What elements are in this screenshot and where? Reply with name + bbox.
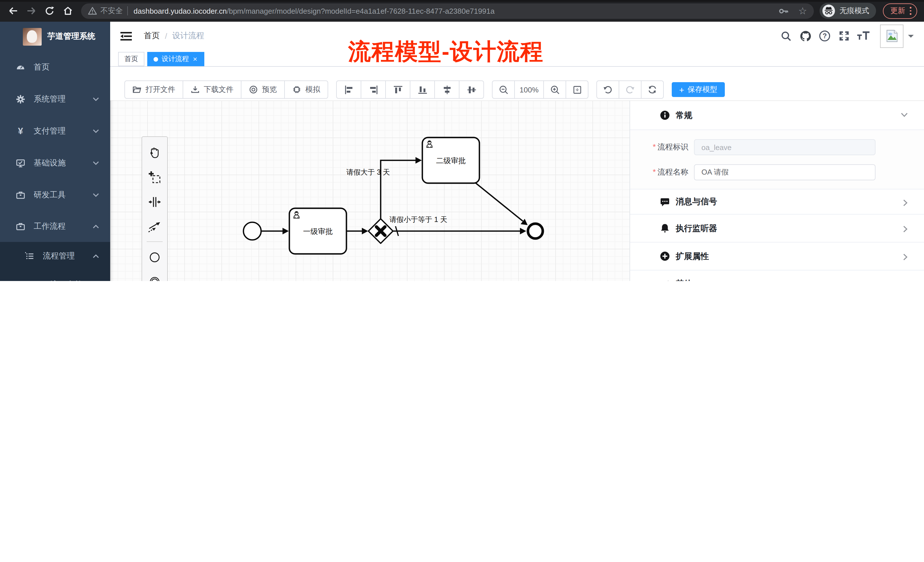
browser-reload-button[interactable] [42,3,57,18]
sidebar-item-process-management[interactable]: 流程管理 [0,242,110,270]
info-icon [660,110,670,120]
tag-design-process[interactable]: 设计流程 × [147,52,204,66]
user-task-level2[interactable]: 二级审批 [422,138,479,183]
align-right-button[interactable] [361,81,386,99]
zoom-reset-button[interactable] [566,81,588,99]
align-bottom-icon [417,85,427,94]
sidebar-item-process-form[interactable]: 流程表单 [0,270,110,281]
chevron-right-icon [903,253,908,261]
flow-task2-to-end[interactable] [474,181,523,221]
panel-section-general[interactable]: 常规 [630,101,924,129]
github-icon [799,30,811,42]
bpmn-canvas[interactable]: 一级审批 二级审批 请假大于 3 天 请假小于等于 1 天 BPMN.iO [110,100,924,281]
align-bottom-button[interactable] [410,81,435,99]
end-event[interactable] [528,224,543,238]
zoom-in-button[interactable] [543,81,566,99]
zoom-in-icon [550,85,560,94]
monitor-icon [16,159,25,168]
panel-section-message-signal[interactable]: 消息与信号 [630,189,924,214]
chevron-up-icon [93,224,99,229]
task-label: 二级审批 [436,156,466,165]
panel-section-execution-listener[interactable]: 执行监听器 [630,214,924,242]
save-model-button[interactable]: + 保存模型 [672,82,725,97]
plus-circle-icon [660,251,670,261]
folder-open-icon [132,85,141,94]
browser-forward-button[interactable] [24,3,39,18]
sidebar-toggle-button[interactable] [118,29,134,43]
incognito-badge: 无痕模式 [819,3,876,19]
tree-list-icon [25,252,34,261]
section-label: 其他 [676,279,692,281]
open-file-button[interactable]: 打开文件 [124,81,183,99]
tag-home[interactable]: 首页 [118,52,144,66]
sidebar-item-label: 基础设施 [34,158,66,168]
zoom-level-label: 100% [514,81,544,99]
briefcase-icon [16,222,25,231]
header-help-button[interactable]: ? [817,28,832,43]
close-icon[interactable]: × [192,55,198,63]
header-fullscreen-button[interactable] [837,28,852,43]
breadcrumb-home[interactable]: 首页 [144,31,160,41]
browser-home-button[interactable] [60,3,75,18]
font-size-icon [856,31,870,41]
bookmark-star-icon[interactable]: ☆ [798,5,807,17]
sidebar-item-home[interactable]: 首页 [0,51,110,83]
panel-section-other[interactable]: 其他 [630,270,924,281]
briefcase-icon [16,190,25,200]
sidebar-item-infrastructure[interactable]: 基础设施 [0,147,110,179]
restart-button[interactable] [641,81,664,99]
redo-button[interactable] [619,81,642,99]
sidebar-item-payment[interactable]: ¥ 支付管理 [0,115,110,147]
section-label: 执行监听器 [676,223,717,234]
sidebar-item-system[interactable]: 系统管理 [0,83,110,115]
sidebar-item-label: 流程表单 [50,280,82,281]
header-github-button[interactable] [798,28,813,43]
sidebar-item-devtools[interactable]: 研发工具 [0,179,110,211]
panel-section-extended-attributes[interactable]: 扩展属性 [630,242,924,270]
align-top-button[interactable] [385,81,410,99]
url-bar[interactable]: 不安全 dashboard.yudao.iocoder.cn/bpm/manag… [81,3,814,18]
align-left-button[interactable] [336,81,361,99]
section-label: 常规 [676,110,692,121]
chevron-down-icon [93,193,99,198]
avatar[interactable] [880,24,903,48]
undo-button[interactable] [596,81,619,99]
fit-viewport-icon [572,85,582,94]
app-title: 芋道管理系统 [47,31,95,42]
kebab-menu-icon[interactable] [910,7,912,15]
simulate-button[interactable]: 模拟 [284,81,328,99]
undo-icon [603,84,613,95]
download-file-button[interactable]: 下载文件 [183,81,242,99]
button-label: 打开文件 [146,84,175,95]
breadcrumb: 首页 / 设计流程 [144,31,204,41]
align-top-icon [393,85,403,94]
plus-icon: + [679,85,684,94]
tags-view: 首页 设计流程 × [110,50,924,67]
breadcrumb-current: 设计流程 [172,31,204,41]
header-search-button[interactable] [778,28,793,43]
align-right-icon [368,85,378,94]
sidebar-item-workflow[interactable]: 工作流程 [0,211,110,242]
incognito-label: 无痕模式 [840,6,869,16]
fullscreen-icon [838,30,850,42]
user-task-level1[interactable]: 一级审批 [290,208,346,254]
key-icon[interactable] [778,5,789,16]
start-event[interactable] [243,222,261,240]
tag-label: 首页 [124,54,138,64]
preview-button[interactable]: 预览 [241,81,285,99]
url-path: /bpm/manager/model/design?modelId=e4a1a1… [227,7,495,15]
header-fontsize-button[interactable] [856,28,871,43]
browser-update-button[interactable]: 更新 [883,3,917,18]
zoom-button-group: 100% [492,81,588,99]
process-name-input[interactable] [694,164,876,180]
align-middle-button[interactable] [459,81,484,99]
chevron-down-icon [901,112,908,117]
zoom-out-button[interactable] [492,81,515,99]
avatar-caret-icon[interactable] [908,35,914,40]
align-left-icon [344,85,354,94]
browser-back-button[interactable] [6,3,21,18]
security-label[interactable]: 不安全 [100,6,123,16]
browser-chrome: 不安全 dashboard.yudao.iocoder.cn/bpm/manag… [0,0,924,22]
history-button-group [596,81,664,99]
align-center-button[interactable] [434,81,459,99]
